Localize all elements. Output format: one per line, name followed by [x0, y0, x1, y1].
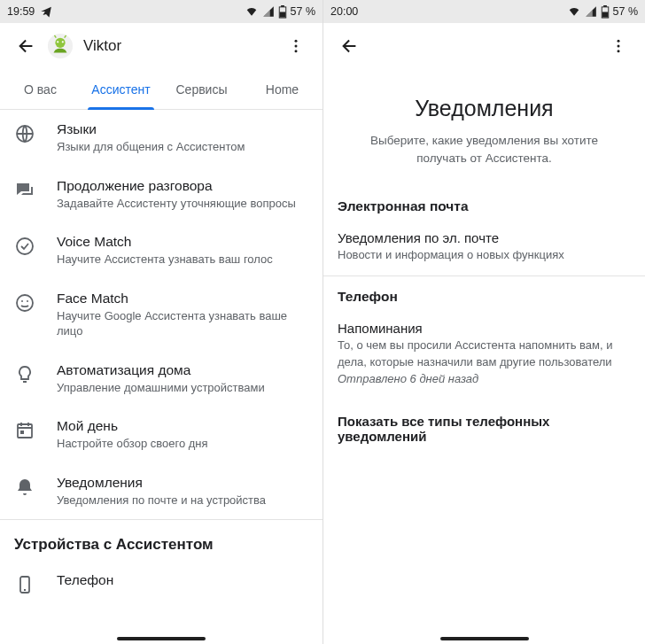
row-sub: Задавайте Ассистенту уточняющие вопросы [57, 196, 308, 212]
calendar-icon [14, 420, 35, 441]
row-title: Автоматизация дома [57, 362, 308, 378]
battery-icon [278, 5, 287, 19]
svg-point-22 [618, 45, 620, 48]
signal-icon [262, 5, 275, 18]
bell-icon [14, 477, 35, 498]
row-title: Face Match [57, 291, 308, 306]
svg-rect-1 [281, 5, 284, 7]
check-circle-icon [14, 236, 35, 257]
back-button[interactable] [11, 30, 43, 62]
svg-rect-20 [602, 12, 608, 17]
lightbulb-icon [14, 364, 35, 385]
row-title: Продолжение разговора [57, 178, 308, 194]
section-phone-title: Телефон [323, 276, 645, 312]
item-note: Отправлено 6 дней назад [338, 372, 631, 385]
item-sub: То, о чем вы просили Ассистента напомнит… [338, 338, 631, 369]
battery-percent: 57 % [613, 5, 639, 18]
screen-notifications: 20:00 57 % Уведомления Выберите, какие у… [322, 0, 645, 644]
nav-handle[interactable] [117, 637, 206, 640]
svg-point-7 [295, 40, 298, 43]
back-button[interactable] [334, 30, 366, 62]
svg-point-12 [17, 295, 33, 311]
row-sub: Уведомления по почте и на устройства [57, 493, 308, 508]
item-title: Уведомления по эл. почте [338, 230, 631, 245]
row-sub: Научите Google Ассистента узнавать ваше … [57, 308, 308, 339]
tab-services[interactable]: Сервисы [161, 69, 242, 109]
section-devices: Устройства с Ассистентом [0, 520, 322, 561]
settings-list: Языки Языки для общения с Ассистентом Пр… [0, 110, 322, 644]
svg-rect-15 [18, 424, 32, 438]
status-bar: 19:59 57 % [0, 0, 322, 23]
page-description: Выберите, какие уведомления вы хотите по… [323, 121, 645, 186]
row-continued-conversation[interactable]: Продолжение разговора Задавайте Ассистен… [0, 167, 322, 223]
tabs: О вас Ассистент Сервисы Home [0, 69, 322, 110]
item-title: Напоминания [338, 321, 631, 336]
face-icon [14, 292, 35, 314]
telegram-icon [40, 5, 52, 18]
row-sub: Научите Ассистента узнавать ваш голос [57, 252, 308, 268]
svg-point-6 [62, 41, 64, 43]
row-title: Уведомления [57, 475, 308, 491]
svg-point-13 [21, 300, 23, 302]
row-home-automation[interactable]: Автоматизация дома Управление домашними … [0, 351, 322, 407]
svg-rect-16 [20, 431, 24, 434]
status-bar: 20:00 57 % [323, 0, 645, 23]
signal-icon [585, 5, 597, 18]
item-email-notifications[interactable]: Уведомления по эл. почте Новости и инфор… [323, 221, 645, 275]
svg-point-8 [295, 45, 298, 48]
row-voice-match[interactable]: Voice Match Научите Ассистента узнавать … [0, 222, 322, 279]
row-device-phone[interactable]: Телефон [0, 561, 322, 607]
more-button[interactable] [602, 30, 634, 62]
item-sub: Новости и информация о новых функциях [338, 247, 631, 263]
row-sub: Управление домашними устройствами [57, 380, 308, 396]
row-notifications[interactable]: Уведомления Уведомления по почте и на ус… [0, 463, 322, 520]
tab-about[interactable]: О вас [0, 69, 81, 109]
svg-point-21 [618, 40, 620, 43]
wifi-icon [245, 5, 259, 18]
status-time: 20:00 [330, 5, 358, 18]
row-sub: Настройте обзор своего дня [57, 436, 308, 452]
battery-percent: 57 % [291, 5, 316, 18]
wifi-icon [567, 5, 581, 18]
battery-icon [601, 5, 610, 19]
chat-icon [14, 180, 35, 201]
row-face-match[interactable]: Face Match Научите Google Ассистента узн… [0, 279, 322, 351]
show-all-phone-notifications[interactable]: Показать все типы телефонных уведомлений [323, 398, 645, 460]
svg-point-5 [57, 41, 58, 43]
page-title: Уведомления [323, 96, 645, 121]
screen-assistant-settings: 19:59 57 % Viktor О вас [0, 0, 322, 644]
row-title: Voice Match [57, 234, 308, 250]
more-button[interactable] [280, 30, 312, 62]
row-my-day[interactable]: Мой день Настройте обзор своего дня [0, 407, 322, 463]
user-avatar[interactable] [46, 32, 74, 60]
tab-assistant[interactable]: Ассистент [81, 69, 161, 109]
status-time: 19:59 [7, 5, 35, 18]
row-title: Языки [57, 121, 308, 137]
app-bar [323, 23, 645, 69]
profile-name: Viktor [83, 37, 280, 55]
svg-rect-2 [279, 12, 285, 17]
row-title: Телефон [57, 572, 308, 588]
phone-icon [14, 574, 35, 595]
nav-handle[interactable] [440, 637, 529, 640]
svg-point-11 [17, 238, 33, 254]
svg-point-14 [27, 300, 28, 302]
svg-point-4 [55, 38, 65, 48]
globe-icon [14, 123, 35, 144]
row-languages[interactable]: Языки Языки для общения с Ассистентом [0, 110, 322, 167]
svg-point-9 [295, 50, 298, 52]
row-title: Мой день [57, 418, 308, 434]
item-reminders[interactable]: Напоминания То, о чем вы просили Ассисте… [323, 312, 645, 397]
svg-rect-19 [603, 5, 607, 7]
tab-home[interactable]: Home [242, 69, 322, 109]
section-email-title: Электронная почта [323, 186, 645, 221]
svg-point-23 [618, 50, 620, 52]
app-bar: Viktor [0, 23, 322, 69]
row-sub: Языки для общения с Ассистентом [57, 139, 308, 155]
